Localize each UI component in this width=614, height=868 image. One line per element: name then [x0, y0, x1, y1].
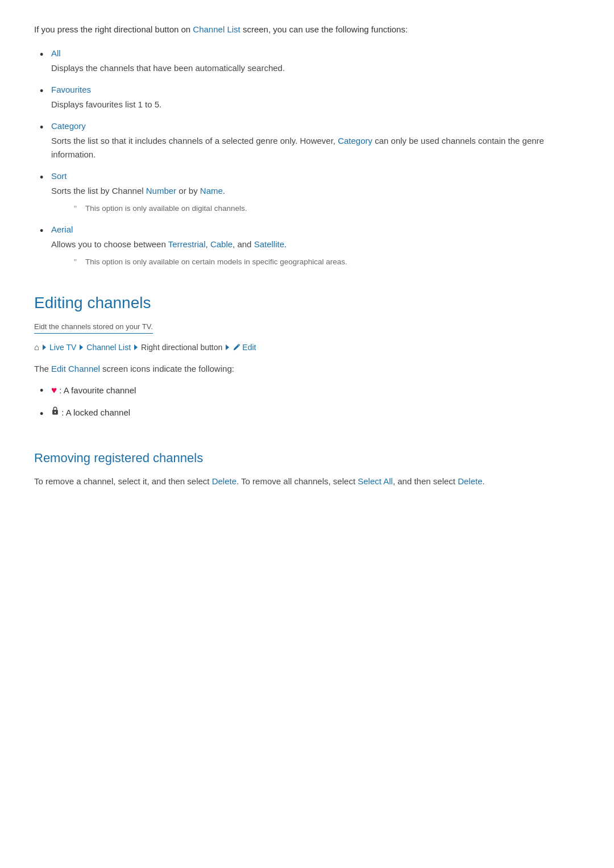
select-all-link[interactable]: Select All [358, 476, 393, 486]
feature-list: All Displays the channels that have been… [51, 47, 580, 268]
intro-text-after: screen, you can use the following functi… [240, 24, 408, 34]
delete-link-1[interactable]: Delete [212, 476, 237, 486]
edit-nav-link[interactable]: Edit [242, 341, 256, 354]
edit-channel-link[interactable]: Edit Channel [51, 364, 100, 373]
editing-section: Editing channels Eidt the channels store… [34, 290, 580, 420]
list-item-all: All Displays the channels that have been… [51, 47, 580, 75]
number-link[interactable]: Number [146, 186, 176, 196]
category-term[interactable]: Category [51, 119, 580, 133]
edit-icon-pencil: Edit [233, 341, 256, 354]
icon-item-lock: : A locked channel [51, 406, 580, 420]
favourites-term[interactable]: Favourites [51, 83, 580, 97]
intro-paragraph: If you press the right directional butto… [34, 23, 580, 36]
aerial-desc: Allows you to choose between Terrestrial… [51, 239, 287, 249]
satellite-link[interactable]: Satellite [254, 239, 284, 249]
intro-text-before: If you press the right directional butto… [34, 24, 193, 34]
list-item-favourites: Favourites Displays favourites list 1 to… [51, 83, 580, 111]
list-item-aerial: Aerial Allows you to choose between Terr… [51, 223, 580, 268]
icon-item-heart: ♥ : A favourite channel [51, 383, 580, 398]
removing-section: Removing registered channels To remove a… [34, 448, 580, 488]
home-icon: ⌂ [34, 340, 39, 354]
list-item-sort: Sort Sorts the list by Channel Number or… [51, 169, 580, 215]
channel-list-link[interactable]: Channel List [193, 24, 240, 34]
heart-icon: ♥ [51, 385, 57, 396]
removing-title: Removing registered channels [34, 448, 580, 468]
sort-notes: This option is only available on digital… [74, 202, 580, 215]
svg-rect-1 [55, 412, 56, 413]
sort-term[interactable]: Sort [51, 169, 580, 183]
aerial-term[interactable]: Aerial [51, 223, 580, 236]
icon-list: ♥ : A favourite channel : A locked chann… [51, 383, 580, 420]
category-desc: Sorts the list so that it includes chann… [51, 136, 544, 159]
all-desc: Displays the channels that have been aut… [51, 63, 285, 73]
sort-desc: Sorts the list by Channel Number or by N… [51, 186, 225, 196]
lock-label: : A locked channel [61, 408, 130, 417]
favourites-desc: Displays favourites list 1 to 5. [51, 99, 161, 109]
right-directional-nav-text: Right directional button [141, 341, 222, 354]
editing-title: Editing channels [34, 290, 580, 316]
lock-icon [51, 406, 59, 420]
aerial-note-1: This option is only available on certain… [74, 256, 580, 268]
name-link[interactable]: Name [200, 186, 223, 196]
delete-link-2[interactable]: Delete [458, 476, 482, 486]
removing-body: To remove a channel, select it, and then… [34, 475, 580, 488]
editing-body: The Edit Channel screen icons indicate t… [34, 362, 580, 376]
aerial-notes: This option is only available on certain… [74, 256, 580, 268]
lock-svg [51, 406, 59, 416]
heart-label: : A favourite channel [59, 385, 136, 395]
terrestrial-link[interactable]: Terrestrial [168, 239, 206, 249]
live-tv-nav-link[interactable]: Live TV [49, 341, 76, 354]
category-inline-link[interactable]: Category [338, 136, 372, 146]
list-item-category: Category Sorts the list so that it inclu… [51, 119, 580, 161]
nav-arrow-3 [134, 344, 138, 350]
nav-breadcrumb: ⌂ Live TV Channel List Right directional… [34, 340, 580, 354]
nav-arrow-4 [226, 344, 229, 350]
editing-subtitle: Eidt the channels stored on your TV. [34, 321, 153, 334]
cable-link[interactable]: Cable [210, 239, 233, 249]
pencil-icon [233, 343, 240, 351]
nav-arrow-2 [80, 344, 83, 350]
channel-list-nav-link[interactable]: Channel List [86, 341, 131, 354]
nav-arrow-1 [43, 344, 46, 350]
sort-note-1: This option is only available on digital… [74, 202, 580, 215]
all-term[interactable]: All [51, 47, 580, 60]
